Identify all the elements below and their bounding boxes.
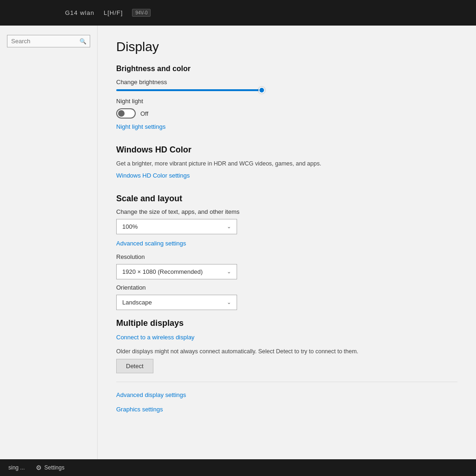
orientation-value: Landscape [122, 299, 152, 306]
brightness-slider-track[interactable] [116, 89, 265, 91]
scale-layout-section: Scale and layout Change the size of text… [116, 194, 457, 310]
brightness-slider-container[interactable] [116, 89, 265, 91]
toggle-knob [118, 110, 125, 117]
brightness-slider-thumb[interactable] [258, 87, 265, 93]
scale-dropdown-arrow: ⌄ [227, 224, 231, 230]
main-wrapper: 🔍 Display Brightness and color Change br… [0, 26, 476, 459]
orientation-label: Orientation [116, 284, 457, 291]
night-light-toggle[interactable] [116, 108, 136, 119]
page-title: Display [116, 40, 457, 54]
scale-value: 100% [122, 223, 138, 230]
brightness-section: Brightness and color Change brightness N… [116, 65, 457, 137]
hd-color-section: Windows HD Color Get a brighter, more vi… [116, 145, 457, 185]
night-light-settings-link[interactable]: Night light settings [116, 123, 165, 130]
multiple-displays-section: Multiple displays Connect to a wireless … [116, 318, 457, 373]
scale-label: Change the size of text, apps, and other… [116, 208, 457, 215]
search-input[interactable] [7, 35, 90, 47]
resolution-label: Resolution [116, 253, 457, 260]
orientation-dropdown-arrow: ⌄ [227, 299, 231, 305]
scale-layout-title: Scale and layout [116, 194, 457, 204]
hardware-badge: 94V-0 [132, 9, 151, 17]
multiple-displays-title: Multiple displays [116, 318, 457, 328]
content-area: Display Brightness and color Change brig… [98, 26, 476, 459]
multiple-displays-description: Older displays might not always connect … [116, 347, 457, 356]
hd-color-title: Windows HD Color [116, 145, 457, 155]
scale-dropdown[interactable]: 100% ⌄ [116, 219, 237, 234]
taskbar-item-1: sing ... [5, 463, 28, 472]
orientation-dropdown[interactable]: Landscape ⌄ [116, 295, 237, 310]
toggle-state-text: Off [140, 110, 148, 117]
advanced-display-settings-link[interactable]: Advanced display settings [116, 391, 186, 398]
graphics-settings-link[interactable]: Graphics settings [116, 406, 163, 413]
resolution-dropdown-arrow: ⌄ [227, 269, 231, 275]
change-brightness-label: Change brightness [116, 79, 457, 86]
taskbar: sing ... ⚙ Settings [0, 459, 476, 476]
connect-wireless-link[interactable]: Connect to a wireless display [116, 334, 194, 341]
taskbar-settings-item[interactable]: ⚙ Settings [32, 463, 68, 472]
hardware-bar: G14 wlan L[H/F] 94V-0 [0, 0, 476, 26]
advanced-scaling-link[interactable]: Advanced scaling settings [116, 240, 186, 247]
sidebar: 🔍 [0, 26, 98, 459]
night-light-label: Night light [116, 98, 457, 105]
brightness-section-title: Brightness and color [116, 65, 457, 73]
taskbar-item-1-label: sing ... [8, 464, 25, 471]
gear-icon: ⚙ [36, 464, 42, 471]
network-label: G14 wlan [65, 9, 94, 16]
search-icon: 🔍 [79, 38, 86, 45]
footer-links: Advanced display settings Graphics setti… [116, 390, 457, 419]
hd-color-settings-link[interactable]: Windows HD Color settings [116, 172, 190, 179]
mode-label: L[H/F] [104, 9, 123, 16]
resolution-value: 1920 × 1080 (Recommended) [122, 268, 203, 275]
footer-divider [116, 382, 457, 382]
resolution-dropdown[interactable]: 1920 × 1080 (Recommended) ⌄ [116, 264, 237, 279]
detect-button[interactable]: Detect [116, 359, 153, 373]
taskbar-settings-label: Settings [44, 464, 64, 471]
hd-color-description: Get a brighter, more vibrant picture in … [116, 159, 457, 168]
search-box[interactable]: 🔍 [7, 35, 90, 47]
night-light-toggle-row: Off [116, 108, 457, 119]
